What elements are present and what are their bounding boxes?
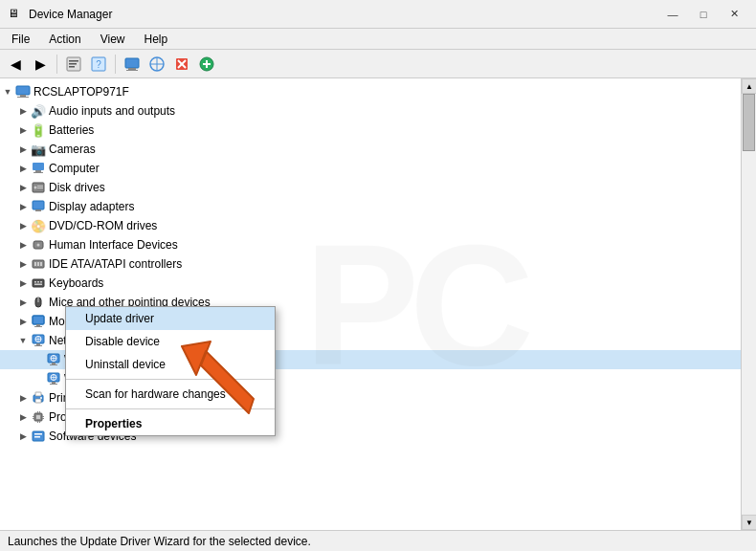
svg-rect-6 [125, 58, 139, 68]
label-audio: Audio inputs and outputs [49, 104, 175, 118]
expand-display: ▶ [15, 199, 31, 214]
menu-file[interactable]: File [4, 31, 37, 48]
svg-rect-20 [17, 97, 29, 98]
expand-pptp [31, 352, 46, 367]
disk-icon [31, 180, 46, 195]
camera-icon: 📷 [31, 142, 46, 157]
svg-rect-67 [35, 399, 41, 403]
tree-item-audio[interactable]: ▶ 🔊 Audio inputs and outputs [0, 101, 741, 121]
svg-rect-40 [34, 284, 42, 286]
svg-rect-43 [33, 316, 44, 324]
svg-point-68 [40, 397, 42, 399]
device-tree[interactable]: PC ▼ RCSLAPTOP971F ▶ 🔊 Audio inputs and … [0, 78, 741, 530]
menu-help[interactable]: Help [137, 31, 176, 48]
label-dvd: DVD/CD-ROM drives [49, 219, 157, 232]
tree-item-batteries[interactable]: ▶ 🔋 Batteries [0, 121, 741, 140]
svg-rect-58 [50, 364, 57, 365]
close-button[interactable]: ✕ [720, 5, 748, 24]
tree-item-dvd[interactable]: ▶ 📀 DVD/CD-ROM drives [0, 216, 741, 235]
tree-item-disk[interactable]: ▶ Disk drives [0, 178, 741, 197]
monitor-icon [31, 314, 46, 329]
sstp-icon [46, 371, 61, 386]
expand-keyboard: ▶ [15, 276, 31, 291]
svg-rect-8 [126, 70, 138, 71]
expand-dvd: ▶ [15, 218, 31, 233]
expand-batteries: ▶ [15, 122, 31, 138]
toolbar-network[interactable] [145, 53, 168, 76]
tree-item-computer[interactable]: ▶ Computer [0, 159, 741, 178]
expand-computer: ▶ [15, 161, 31, 176]
svg-rect-80 [34, 433, 42, 435]
svg-rect-2 [69, 63, 77, 65]
toolbar-forward[interactable]: ▶ [29, 53, 52, 76]
svg-rect-26 [37, 186, 43, 187]
expand-mice: ▶ [15, 295, 31, 310]
label-computer: Computer [49, 162, 100, 175]
root-computer-icon [15, 84, 31, 99]
menu-bar: File Action View Help [0, 29, 756, 50]
svg-rect-33 [34, 262, 36, 266]
label-batteries: Batteries [49, 123, 94, 137]
expand-software: ▶ [15, 429, 31, 444]
context-menu-update-driver[interactable]: Update driver [66, 307, 275, 330]
toolbar: ◀ ▶ ? [0, 50, 756, 78]
scrollbar-thumb[interactable] [743, 94, 755, 151]
ide-icon [31, 256, 46, 272]
svg-rect-35 [40, 262, 42, 266]
tree-root[interactable]: ▼ RCSLAPTOP971F [0, 82, 741, 101]
status-bar: Launches the Update Driver Wizard for th… [0, 530, 756, 551]
expand-processors: ▶ [15, 409, 31, 425]
tree-item-ide[interactable]: ▶ IDE ATA/ATAPI controllers [0, 254, 741, 274]
dvd-icon: 📀 [31, 218, 46, 233]
toolbar-scan[interactable]: ? [87, 53, 110, 76]
context-menu-uninstall[interactable]: Uninstall device [66, 353, 275, 376]
svg-rect-45 [36, 324, 40, 326]
expand-monitors: ▶ [15, 314, 31, 329]
svg-rect-57 [52, 363, 56, 364]
svg-rect-29 [35, 209, 41, 211]
scrollbar-track[interactable] [742, 94, 756, 515]
mouse-icon [31, 295, 46, 310]
svg-rect-1 [69, 60, 78, 62]
maximize-button[interactable]: □ [689, 5, 718, 24]
context-menu-disable[interactable]: Disable device [66, 330, 275, 353]
svg-rect-81 [34, 436, 40, 438]
battery-icon: 🔋 [31, 122, 46, 138]
context-menu-sep1 [66, 379, 275, 380]
scroll-up-button[interactable]: ▲ [742, 78, 756, 94]
svg-rect-64 [50, 384, 57, 385]
svg-rect-74 [39, 421, 40, 423]
toolbar-properties[interactable] [62, 53, 85, 76]
expand-ide: ▶ [15, 256, 31, 272]
toolbar-add[interactable] [195, 53, 218, 76]
scrollbar[interactable]: ▲ ▼ [741, 78, 756, 530]
expand-cameras: ▶ [15, 142, 31, 157]
context-menu-properties[interactable]: Properties [66, 412, 275, 435]
svg-rect-77 [42, 416, 44, 417]
title-bar: 🖥 Device Manager — □ ✕ [0, 0, 756, 29]
minimize-button[interactable]: — [658, 5, 687, 24]
tree-item-keyboard[interactable]: ▶ Keyboards [0, 274, 741, 293]
context-menu: Update driver Disable device Uninstall d… [65, 306, 276, 436]
context-menu-scan[interactable]: Scan for hardware changes [66, 383, 275, 406]
svg-point-25 [34, 187, 37, 189]
label-keyboard: Keyboards [49, 276, 103, 290]
menu-view[interactable]: View [93, 31, 133, 48]
print-icon [31, 390, 46, 406]
window-title: Device Manager [29, 8, 112, 21]
expand-print: ▶ [15, 390, 31, 406]
root-expand-icon: ▼ [0, 84, 15, 99]
scroll-down-button[interactable]: ▼ [742, 515, 756, 530]
tree-item-display[interactable]: ▶ Display adapters [0, 197, 741, 216]
tree-item-hid[interactable]: ▶ Human Interface Devices [0, 235, 741, 254]
menu-action[interactable]: Action [41, 31, 88, 48]
tree-item-cameras[interactable]: ▶ 📷 Cameras [0, 140, 741, 159]
hid-icon [31, 237, 46, 253]
keyboard-icon [31, 276, 46, 291]
toolbar-back[interactable]: ◀ [4, 53, 27, 76]
svg-rect-73 [37, 421, 38, 423]
network-icon [31, 333, 46, 348]
svg-rect-51 [36, 343, 40, 345]
toolbar-computer[interactable] [121, 53, 144, 76]
toolbar-remove[interactable] [170, 53, 193, 76]
